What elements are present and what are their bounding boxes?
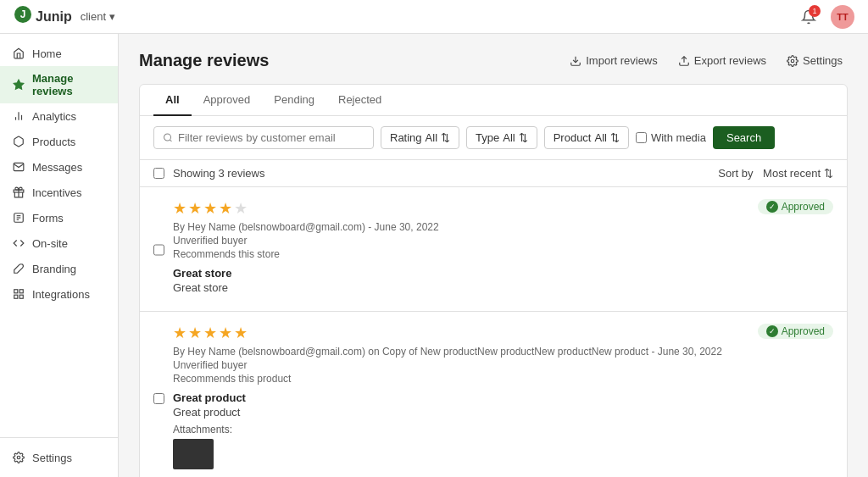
code-icon bbox=[12, 236, 25, 250]
review-verified: Unverified buyer bbox=[173, 235, 833, 247]
rating-filter[interactable]: Rating All ⇅ bbox=[381, 126, 459, 149]
svg-rect-14 bbox=[14, 295, 18, 298]
review-content: Great product bbox=[173, 406, 833, 419]
review-verified: Unverified buyer bbox=[173, 359, 833, 371]
client-selector[interactable]: client ▾ bbox=[81, 10, 115, 23]
import-reviews-button[interactable]: Import reviews bbox=[565, 51, 663, 70]
search-button[interactable]: Search bbox=[713, 126, 775, 149]
export-reviews-label: Export reviews bbox=[694, 54, 766, 67]
app-name: Junip bbox=[36, 9, 72, 25]
mail-icon bbox=[12, 160, 25, 174]
notifications-button[interactable]: 1 bbox=[797, 5, 821, 29]
review-title: Great product bbox=[173, 391, 833, 404]
search-filter[interactable] bbox=[153, 126, 374, 149]
attachments-label: Attachments: bbox=[173, 424, 833, 435]
review-content: Great store bbox=[173, 281, 833, 294]
chevron-down-icon: ▾ bbox=[109, 10, 115, 23]
with-media-checkbox[interactable] bbox=[636, 132, 647, 143]
topbar: J Junip client ▾ 1 TT bbox=[0, 0, 868, 34]
tabs: All Approved Pending Rejected bbox=[140, 85, 847, 116]
tab-rejected[interactable]: Rejected bbox=[326, 85, 393, 116]
product-filter[interactable]: Product All ⇅ bbox=[544, 126, 629, 149]
sidebar-item-manage-reviews[interactable]: Manage reviews bbox=[0, 66, 118, 103]
attachment-thumbnail[interactable] bbox=[173, 439, 214, 469]
search-input[interactable] bbox=[178, 131, 364, 144]
type-filter[interactable]: Type All ⇅ bbox=[466, 126, 537, 149]
app-logo: J Junip bbox=[14, 5, 72, 28]
sort-value: Most recent bbox=[763, 167, 821, 180]
notification-badge: 1 bbox=[809, 5, 821, 17]
sidebar-item-products[interactable]: Products bbox=[0, 129, 118, 154]
sidebar-item-label: On-site bbox=[32, 237, 68, 250]
gift-icon bbox=[12, 186, 25, 199]
chevron-icon: ⇅ bbox=[610, 131, 620, 144]
product-label: Product bbox=[554, 131, 592, 144]
settings-button[interactable]: Settings bbox=[782, 51, 848, 70]
sidebar-item-incentives[interactable]: Incentives bbox=[0, 180, 118, 205]
review-recommends: Recommends this product bbox=[173, 373, 833, 385]
tab-all[interactable]: All bbox=[153, 85, 192, 116]
sidebar-item-branding[interactable]: Branding bbox=[0, 256, 118, 281]
star-1: ★ bbox=[173, 324, 186, 342]
rating-value: All bbox=[426, 131, 437, 144]
star-4: ★ bbox=[219, 324, 232, 342]
sidebar-item-messages[interactable]: Messages bbox=[0, 154, 118, 180]
chevron-icon: ⇅ bbox=[824, 167, 833, 180]
sidebar-item-analytics[interactable]: Analytics bbox=[0, 103, 118, 129]
review-card: ★ ★ ★ ★ ★ ✓ Approved By Hey Name (belsno… bbox=[140, 187, 847, 312]
rating-label: Rating bbox=[390, 131, 422, 144]
sidebar-item-label: Home bbox=[32, 47, 62, 60]
svg-rect-12 bbox=[14, 290, 18, 293]
sidebar-item-label: Branding bbox=[32, 263, 76, 275]
header-actions: Import reviews Export reviews Settings bbox=[565, 51, 848, 70]
sidebar-item-forms[interactable]: Forms bbox=[0, 205, 118, 230]
with-media-label: With media bbox=[651, 131, 706, 144]
showing-row: Showing 3 reviews Sort by Most recent ⇅ bbox=[140, 160, 847, 187]
page-header: Manage reviews Import reviews Export rev… bbox=[139, 51, 848, 70]
svg-text:J: J bbox=[20, 8, 26, 20]
status-badge: ✓ Approved bbox=[758, 324, 833, 339]
sidebar-item-label: Forms bbox=[32, 212, 64, 225]
sort-selector[interactable]: Sort by Most recent ⇅ bbox=[718, 167, 833, 180]
sidebar-item-on-site[interactable]: On-site bbox=[0, 230, 118, 256]
review-body: ★ ★ ★ ★ ★ ✓ Approved By Hey Name (belsno… bbox=[173, 199, 833, 299]
grid-icon bbox=[12, 287, 25, 301]
logo-icon: J bbox=[14, 5, 32, 28]
export-reviews-button[interactable]: Export reviews bbox=[673, 51, 771, 70]
review-checkbox[interactable] bbox=[153, 325, 164, 472]
status-badge: ✓ Approved bbox=[758, 199, 833, 214]
topbar-icons: 1 TT bbox=[797, 5, 854, 29]
sidebar-item-label: Integrations bbox=[32, 288, 90, 301]
user-avatar[interactable]: TT bbox=[831, 5, 854, 29]
svg-point-19 bbox=[791, 59, 794, 63]
sidebar: Home Manage reviews Analytics Products M… bbox=[0, 34, 119, 477]
star-3: ★ bbox=[203, 324, 217, 342]
review-card: ★ ★ ★ ★ ★ ✓ Approved By Hey Name (belsno… bbox=[140, 312, 847, 477]
sidebar-item-label: Products bbox=[32, 136, 75, 148]
sidebar-item-settings[interactable]: Settings bbox=[0, 445, 118, 470]
svg-rect-13 bbox=[19, 290, 23, 293]
search-icon bbox=[163, 132, 173, 143]
sidebar-item-home[interactable]: Home bbox=[0, 41, 118, 66]
with-media-filter[interactable]: With media bbox=[636, 131, 706, 144]
star-rating: ★ ★ ★ ★ ★ bbox=[173, 199, 248, 218]
tab-approved[interactable]: Approved bbox=[192, 85, 263, 116]
status-label: Approved bbox=[782, 201, 825, 213]
svg-marker-2 bbox=[14, 80, 24, 89]
svg-point-20 bbox=[164, 134, 171, 141]
chevron-icon: ⇅ bbox=[519, 131, 528, 144]
brush-icon bbox=[12, 262, 25, 275]
star-5: ★ bbox=[234, 324, 248, 342]
sidebar-item-label: Incentives bbox=[32, 186, 82, 199]
showing-text: Showing 3 reviews bbox=[173, 167, 718, 180]
tab-pending[interactable]: Pending bbox=[262, 85, 326, 116]
form-icon bbox=[12, 211, 25, 225]
review-top: ★ ★ ★ ★ ★ ✓ Approved bbox=[173, 324, 833, 342]
bar-chart-icon bbox=[12, 109, 25, 123]
sidebar-item-integrations[interactable]: Integrations bbox=[0, 281, 118, 307]
status-label: Approved bbox=[782, 325, 825, 337]
review-meta: By Hey Name (belsnowboard@gmail.com) on … bbox=[173, 346, 833, 358]
select-all-checkbox[interactable] bbox=[153, 168, 164, 179]
review-checkbox[interactable] bbox=[153, 201, 164, 299]
svg-rect-15 bbox=[19, 295, 23, 298]
